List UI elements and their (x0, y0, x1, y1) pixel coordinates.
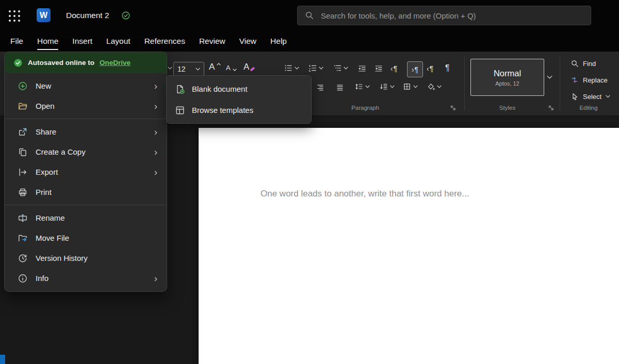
search-icon (305, 11, 314, 20)
onedrive-link[interactable]: OneDrive (100, 59, 131, 67)
justify-icon (336, 84, 344, 92)
show-formatting-marks-button[interactable]: ¶ (445, 64, 450, 72)
print-icon (18, 187, 28, 197)
line-spacing-icon (355, 82, 363, 91)
submenu-item-label: Browse templates (192, 106, 253, 114)
replace-icon (571, 76, 579, 84)
menu-divider (5, 119, 167, 119)
styles-group-label: Styles (470, 105, 544, 111)
justify-button[interactable] (336, 84, 344, 92)
numbering-button[interactable] (308, 64, 323, 72)
chevron-right-icon: › (154, 81, 157, 91)
tab-references[interactable]: References (144, 37, 185, 46)
tab-file[interactable]: File (10, 37, 23, 46)
menu-item-new[interactable]: New › (5, 76, 167, 96)
eraser-icon (250, 67, 255, 72)
open-icon (18, 101, 28, 111)
version-history-icon (18, 253, 28, 263)
chevron-right-icon: › (154, 167, 157, 177)
tab-review[interactable]: Review (199, 37, 225, 46)
word-app-window: W Document 2 File Home Insert Layout Ref… (0, 0, 619, 364)
rename-icon (18, 213, 28, 223)
clear-formatting-button[interactable]: A (243, 62, 255, 71)
menu-item-print[interactable]: Print (5, 182, 167, 202)
paragraph-spacing-button[interactable] (380, 82, 395, 91)
style-name: Normal (494, 69, 521, 78)
document-page[interactable]: One word leads to another, write that fi… (199, 128, 619, 364)
tab-help[interactable]: Help (270, 37, 287, 46)
menu-item-version-history[interactable]: Version History (5, 248, 167, 268)
chevron-down-icon (295, 67, 299, 70)
grow-font-icon: A (209, 62, 215, 71)
chevron-left-icon: ‹ (427, 65, 429, 72)
menu-item-export[interactable]: Export › (5, 162, 167, 182)
autosave-status-icon[interactable] (121, 11, 131, 20)
replace-button[interactable]: Replace (571, 76, 608, 84)
align-right-button[interactable] (316, 84, 324, 92)
menu-item-open[interactable]: Open › (5, 96, 167, 116)
increase-indent-button[interactable] (374, 64, 383, 73)
bullets-button[interactable] (284, 64, 299, 72)
styles-gallery-more-button[interactable] (547, 75, 552, 79)
chevron-down-icon (437, 85, 442, 88)
font-size-combobox[interactable]: 12 (173, 62, 204, 76)
select-cursor-icon (571, 92, 579, 101)
info-icon (18, 273, 28, 284)
decrease-indent-button[interactable] (358, 64, 366, 73)
chevron-down-icon (344, 67, 348, 70)
replace-label: Replace (583, 76, 608, 84)
clear-formatting-icon: A (243, 62, 249, 71)
grow-font-button[interactable]: A (209, 62, 221, 71)
submenu-item-label: Blank document (192, 85, 248, 93)
multilevel-list-button[interactable] (333, 64, 348, 72)
new-submenu: Blank document Browse templates (166, 75, 312, 124)
search-input[interactable] (320, 11, 583, 21)
menu-item-create-a-copy[interactable]: Create a Copy › (5, 142, 167, 162)
find-button[interactable]: Find (571, 59, 596, 68)
tab-home[interactable]: Home (37, 37, 58, 46)
submenu-item-browse-templates[interactable]: Browse templates (167, 100, 311, 121)
menubar: File Home Insert Layout References Revie… (0, 31, 619, 52)
menu-item-info[interactable]: Info › (5, 268, 167, 288)
select-button[interactable]: Select (571, 92, 610, 101)
tab-insert[interactable]: Insert (72, 37, 92, 46)
export-icon (18, 167, 28, 177)
tab-view[interactable]: View (239, 37, 256, 46)
multilevel-list-icon (333, 64, 341, 72)
shading-button[interactable] (427, 82, 442, 91)
chevron-left-icon: ‹ (390, 65, 393, 72)
chevron-down-icon[interactable] (168, 67, 172, 70)
corner-accent (0, 355, 5, 364)
menu-item-label: Print (36, 188, 52, 196)
style-font: Aptos, 12 (495, 80, 519, 87)
styles-dialog-launcher[interactable] (548, 105, 554, 111)
document-title[interactable]: Document 2 (66, 0, 109, 31)
style-gallery-normal[interactable]: Normal Aptos, 12 (470, 59, 544, 96)
rtl-direction-button-selected[interactable]: › ¶ (407, 61, 423, 77)
borders-button[interactable] (403, 82, 418, 91)
autosave-text: Autosaved online to (28, 59, 94, 67)
paragraph-dialog-launcher[interactable] (450, 105, 456, 111)
find-icon (571, 59, 579, 68)
line-spacing-button[interactable] (355, 82, 370, 91)
chevron-right-icon: › (154, 127, 157, 137)
app-launcher-icon[interactable] (7, 9, 21, 23)
menu-item-move-file[interactable]: Move File (5, 228, 167, 248)
align-right-icon (316, 84, 324, 92)
ltr-direction-button[interactable]: ‹ ¶ (390, 65, 397, 72)
copy-icon (18, 147, 28, 157)
chevron-down-icon (196, 68, 200, 71)
new-icon (18, 81, 28, 91)
tab-layout[interactable]: Layout (106, 37, 131, 46)
chevron-right-icon: › (154, 273, 157, 283)
menu-item-label: Create a Copy (36, 147, 86, 156)
menu-item-label: Open (36, 102, 55, 110)
shrink-font-button[interactable]: A (226, 64, 237, 71)
submenu-item-blank-document[interactable]: Blank document (167, 78, 311, 100)
search-box[interactable] (297, 6, 591, 25)
borders-icon (403, 82, 411, 91)
menu-item-share[interactable]: Share › (5, 122, 167, 142)
menu-item-rename[interactable]: Rename (5, 208, 167, 228)
pilcrow-icon: ¶ (430, 65, 434, 72)
text-direction-button[interactable]: ‹ ¶ (427, 65, 433, 72)
